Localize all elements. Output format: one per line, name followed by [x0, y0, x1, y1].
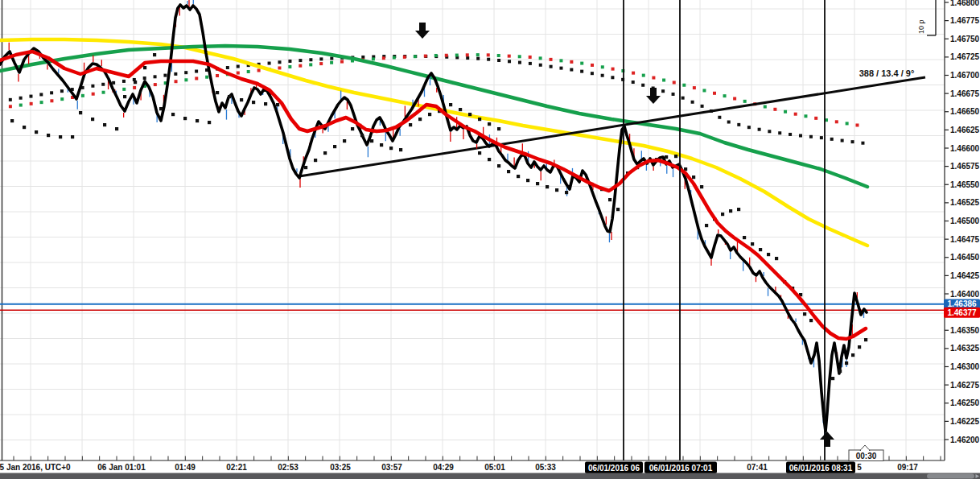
dotted-band-black-dot [570, 68, 573, 72]
sar-dot [171, 113, 175, 116]
scrollbar-track[interactable] [0, 473, 980, 479]
dotted-band-rg-dot [340, 60, 344, 64]
chart-canvas[interactable]: 1.468001.467751.467501.467251.467001.466… [0, 0, 980, 479]
dotted-band-rg-dot [278, 66, 281, 69]
dotted-band-black-dot [747, 126, 751, 129]
dotted-band-rg-dot [743, 100, 747, 103]
price-tick-label: 1.46575 [950, 162, 980, 171]
sar-dot [153, 53, 156, 56]
scrollbar-thumb[interactable] [927, 474, 974, 479]
dotted-band-rg-dot [652, 76, 655, 80]
dotted-band-rg-dot [257, 68, 261, 72]
price-tick-label: 1.46350 [950, 326, 980, 335]
dotted-band-rg-dot [205, 76, 208, 79]
sar-dot [838, 370, 842, 373]
arrow-down-icon[interactable] [415, 23, 430, 39]
dotted-band-rg-dot [330, 61, 333, 64]
dotted-band-black-dot [163, 74, 167, 77]
dotted-band-black-dot [529, 62, 532, 65]
price-tick-label: 1.46275 [950, 381, 980, 390]
dotted-band-black-dot [476, 57, 480, 60]
dotted-band-black-dot [361, 56, 364, 59]
dotted-band-black-dot [681, 97, 685, 100]
sar-dot [252, 101, 255, 104]
arrow-annotations[interactable] [415, 23, 834, 447]
sar-dot [143, 66, 146, 69]
dotted-band-black-dot [487, 58, 490, 61]
dotted-band-rg-dot [662, 79, 665, 82]
dotted-band-black-dot [768, 130, 771, 133]
price-tick-label: 1.46775 [950, 16, 980, 25]
sar-dot [323, 151, 327, 155]
dotted-band-black-dot [226, 66, 229, 69]
sar-dot [565, 191, 568, 194]
dotted-band-rg-dot [288, 65, 291, 68]
sar-dot [183, 117, 187, 120]
sar-dots [10, 53, 867, 380]
dotted-band-black-dot [672, 93, 675, 96]
price-tick-label: 1.46625 [950, 126, 980, 134]
sar-dot [59, 135, 62, 138]
sar-dot [264, 102, 267, 105]
dotted-band-rg-dot [773, 108, 776, 111]
price-tick-label: 1.46300 [950, 362, 980, 371]
dotted-band-black-dot [101, 83, 105, 86]
dotted-band-rg-dot [764, 105, 767, 109]
dotted-band-black-dot [268, 62, 271, 65]
dotted-band-rg-dot [733, 97, 736, 100]
sar-dot [428, 113, 431, 116]
dotted-band-rg-dot [81, 94, 84, 97]
price-tick-label: 1.46750 [950, 35, 980, 43]
dotted-band-black-dot [727, 121, 731, 124]
price-tick-label: 1.46700 [950, 71, 980, 80]
dotted-band-rg-dot [518, 55, 521, 58]
time-tick-label: 05:01 [484, 463, 505, 472]
dotted-band-rg-dot [539, 56, 542, 60]
dotted-band-rg-dot [611, 68, 615, 71]
sar-dot [399, 148, 402, 151]
horizontal-scrollbar[interactable] [0, 473, 980, 479]
price-tick-label: 1.46500 [950, 217, 980, 225]
dotted-band-rg-dot [372, 57, 375, 60]
price-tick-label: 1.46450 [950, 253, 980, 262]
price-tick-label: 1.46525 [950, 198, 980, 207]
time-tick-label: 05 Jan 2016, UTC+0 [0, 463, 71, 472]
sar-dot [692, 175, 695, 179]
dotted-band-rg-dot [237, 72, 240, 75]
dotted-band-rg-dot [445, 54, 448, 57]
dotted-band-rg-dot [591, 64, 594, 67]
dotted-band-black-dot [309, 58, 312, 61]
arrow-up-icon[interactable] [820, 432, 834, 447]
sar-dot [478, 118, 481, 121]
dotted-band-rg-dot [50, 99, 53, 102]
time-tick-label: 02:53 [278, 463, 299, 472]
dotted-band-rg-dot [550, 58, 553, 61]
dotted-band-rg-dot [19, 104, 23, 107]
sar-dot [478, 151, 481, 155]
sar-dot [616, 208, 620, 211]
dotted-band-rg-dot [559, 59, 562, 62]
sar-dot [517, 175, 520, 178]
dotted-band-black-dot [701, 105, 704, 108]
dotted-band-rg-dot [723, 94, 727, 97]
dotted-band-black-dot [758, 128, 761, 131]
dotted-band-black-dot [195, 70, 198, 73]
price-tick-label: 1.46675 [950, 89, 980, 98]
dotted-band-black-dot [861, 142, 864, 145]
dotted-band-rg-dot [247, 70, 250, 73]
dotted-band-black-dot [184, 71, 187, 74]
dotted-band-rg-dot [133, 86, 136, 89]
dotted-band-rg-dot [702, 89, 706, 92]
price-tick-label: 1.46325 [950, 344, 980, 353]
gridlines [0, 0, 945, 460]
sar-dot [276, 103, 279, 106]
time-marker-label: 06/01/2016 07:01 [649, 464, 713, 473]
sar-dot [35, 130, 38, 134]
dotted-band-rg-dot [693, 86, 696, 89]
dotted-band-rg-dot [487, 53, 490, 56]
sar-dot [389, 147, 393, 150]
sar-dot [851, 353, 854, 357]
dotted-band-black-dot [154, 75, 157, 78]
dotted-band-rg-dot [403, 56, 406, 59]
sar-dot [488, 158, 491, 161]
